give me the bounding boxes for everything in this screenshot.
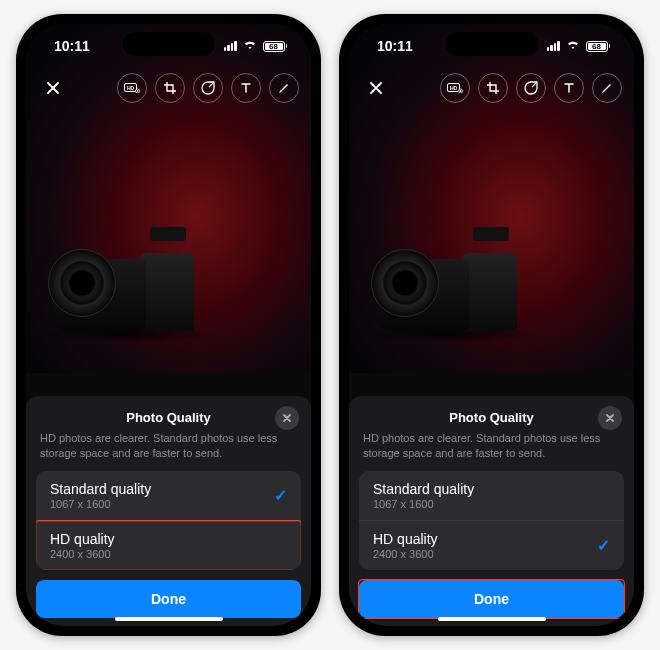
option-hd-quality[interactable]: HD quality 2400 x 3600 [36,520,301,570]
done-button[interactable]: Done [36,580,301,618]
status-time: 10:11 [54,38,90,54]
status-right: 68 [224,39,288,53]
sheet-title: Photo Quality [449,410,534,425]
text-icon[interactable] [231,73,261,103]
dynamic-island [123,32,215,56]
done-button[interactable]: Done [359,580,624,618]
sticker-icon[interactable] [516,73,546,103]
battery-icon: 68 [263,41,288,52]
close-icon[interactable] [361,73,391,103]
status-right: 68 [547,39,611,53]
option-label: Standard quality [50,481,151,497]
sticker-icon[interactable] [193,73,223,103]
option-resolution: 1067 x 1600 [373,498,474,510]
quality-options: Standard quality 1067 x 1600 ✓ HD qualit… [36,471,301,570]
close-sheet-button[interactable] [598,406,622,430]
wifi-icon [243,39,257,53]
option-label: HD quality [50,531,115,547]
screen: 10:11 68 HD Photo Qu [349,24,634,626]
quality-options: Standard quality 1067 x 1600 HD quality … [359,471,624,570]
iphone-frame: 10:11 68 HD Photo Qu [16,14,321,636]
checkmark-icon: ✓ [597,536,610,555]
svg-text:HD: HD [450,85,458,91]
sheet-description: HD photos are clearer. Standard photos u… [36,431,301,471]
checkmark-icon: ✓ [274,486,287,505]
screen: 10:11 68 HD Photo Qu [26,24,311,626]
hd-icon[interactable]: HD [117,73,147,103]
editor-toolbar: HD [26,68,311,108]
hd-icon[interactable]: HD [440,73,470,103]
text-icon[interactable] [554,73,584,103]
status-time: 10:11 [377,38,413,54]
iphone-frame: 10:11 68 HD Photo Qu [339,14,644,636]
cellular-icon [547,41,560,51]
option-resolution: 2400 x 3600 [373,548,438,560]
draw-icon[interactable] [592,73,622,103]
option-resolution: 2400 x 3600 [50,548,115,560]
option-hd-quality[interactable]: HD quality 2400 x 3600 ✓ [359,520,624,570]
option-resolution: 1067 x 1600 [50,498,151,510]
option-label: HD quality [373,531,438,547]
close-sheet-button[interactable] [275,406,299,430]
sheet-description: HD photos are clearer. Standard photos u… [359,431,624,471]
wifi-icon [566,39,580,53]
home-indicator[interactable] [438,617,546,621]
photo-quality-sheet: Photo Quality HD photos are clearer. Sta… [26,396,311,626]
editor-toolbar: HD [349,68,634,108]
sheet-title: Photo Quality [126,410,211,425]
battery-icon: 68 [586,41,611,52]
option-standard-quality[interactable]: Standard quality 1067 x 1600 ✓ [36,471,301,520]
draw-icon[interactable] [269,73,299,103]
option-standard-quality[interactable]: Standard quality 1067 x 1600 [359,471,624,520]
option-label: Standard quality [373,481,474,497]
dynamic-island [446,32,538,56]
home-indicator[interactable] [115,617,223,621]
svg-text:HD: HD [127,85,135,91]
crop-icon[interactable] [155,73,185,103]
photo-quality-sheet: Photo Quality HD photos are clearer. Sta… [349,396,634,626]
close-icon[interactable] [38,73,68,103]
crop-icon[interactable] [478,73,508,103]
cellular-icon [224,41,237,51]
